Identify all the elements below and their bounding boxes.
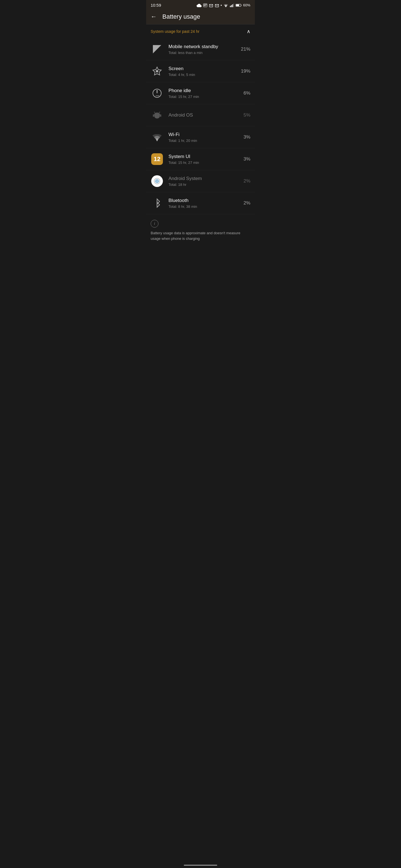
item-percent: 3% (240, 156, 250, 162)
list-item[interactable]: Wi-Fi Total: 1 hr, 20 min 3% (146, 126, 255, 148)
item-detail: Total: 15 hr, 27 min (169, 160, 235, 165)
bluetooth-icon (151, 197, 164, 210)
svg-line-19 (159, 112, 160, 113)
screen-icon (151, 65, 164, 78)
item-detail: Total: 4 hr, 5 min (169, 72, 235, 77)
svg-rect-14 (157, 95, 158, 96)
svg-rect-20 (154, 114, 160, 115)
item-name: Phone idle (169, 88, 235, 94)
item-percent: 2% (240, 178, 250, 184)
info-icon: i (151, 220, 159, 227)
item-name: Bluetooth (169, 197, 235, 204)
cloud-icon (197, 3, 202, 7)
item-detail: Total: 1 hr, 20 min (169, 138, 235, 143)
chevron-up-icon: ∧ (247, 28, 250, 34)
svg-line-18 (154, 112, 155, 113)
list-item[interactable]: Screen Total: 4 hr, 5 min 19% (146, 60, 255, 82)
svg-rect-21 (153, 114, 154, 117)
wifi-icon (151, 131, 164, 144)
svg-rect-1 (230, 6, 231, 7)
item-detail: Total: less than a min (169, 51, 235, 55)
list-item[interactable]: Mobile network standby Total: less than … (146, 38, 255, 60)
item-name: System UI (169, 154, 235, 160)
item-detail: Total: 18 hr (169, 183, 235, 187)
footer-text: Battery usage data is approximate and do… (151, 230, 250, 241)
svg-rect-4 (233, 4, 234, 7)
list-item[interactable]: Android System Total: 18 hr 2% (146, 170, 255, 192)
item-percent: 2% (240, 200, 250, 206)
item-percent: 3% (240, 134, 250, 140)
item-detail: Total: 8 hr, 38 min (169, 205, 235, 209)
android-system-icon (151, 175, 164, 187)
list-item[interactable]: 12 System UI Total: 15 hr, 27 min 3% (146, 148, 255, 170)
svg-rect-7 (236, 4, 239, 6)
svg-point-9 (156, 70, 159, 72)
battery-percent: 60% (243, 3, 250, 7)
item-detail: Total: 15 hr, 27 min (169, 95, 235, 99)
android-os-icon (151, 109, 164, 122)
dot-indicator: • (221, 3, 222, 7)
item-name: Wi-Fi (169, 132, 235, 138)
item-name: Mobile network standby (169, 44, 235, 50)
gmail-icon-2 (215, 3, 219, 7)
system-ui-icon: 12 (151, 153, 164, 165)
newspaper-icon (203, 3, 207, 7)
svg-rect-22 (160, 114, 161, 117)
svg-rect-2 (231, 5, 232, 7)
list-item[interactable]: Phone idle Total: 15 hr, 27 min 6% (146, 82, 255, 104)
header: ← Battery usage (146, 9, 255, 24)
item-percent: 19% (240, 68, 250, 74)
footer-note: i Battery usage data is approximate and … (146, 214, 255, 246)
section-header[interactable]: System usage for past 24 hr ∧ (146, 24, 255, 38)
signal-icon (230, 3, 234, 7)
status-bar: 10:59 • (146, 0, 255, 9)
item-name: Screen (169, 66, 235, 72)
battery-status-icon (236, 3, 242, 7)
item-percent: 6% (240, 90, 250, 96)
back-button[interactable]: ← (151, 13, 157, 20)
list-item[interactable]: Bluetooth Total: 8 hr, 38 min 2% (146, 192, 255, 214)
wifi-status-icon (223, 3, 228, 7)
status-time: 10:59 (151, 3, 161, 7)
mobile-network-icon (151, 43, 164, 56)
usage-list: Mobile network standby Total: less than … (146, 38, 255, 214)
gmail-icon-1 (209, 3, 213, 7)
phone-idle-icon (151, 87, 164, 100)
list-item[interactable]: Android OS 5% (146, 104, 255, 126)
svg-point-12 (156, 90, 158, 92)
svg-rect-13 (156, 95, 157, 96)
item-name: Android System (169, 176, 235, 182)
svg-point-23 (156, 140, 158, 141)
svg-rect-6 (241, 5, 241, 6)
svg-point-25 (156, 181, 158, 182)
status-icons: • 60% (197, 3, 250, 7)
item-percent: 21% (240, 46, 250, 52)
section-label: System usage for past 24 hr (151, 29, 199, 34)
item-name: Android OS (169, 112, 235, 118)
item-percent: 5% (240, 113, 250, 118)
page-title: Battery usage (162, 13, 200, 20)
svg-rect-15 (159, 95, 159, 96)
svg-rect-3 (232, 4, 233, 7)
